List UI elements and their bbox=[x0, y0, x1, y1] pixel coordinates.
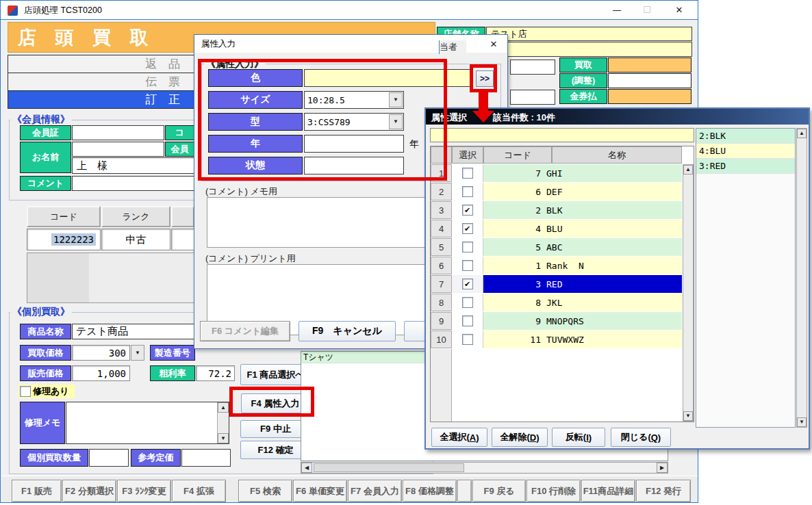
row-checkbox[interactable] bbox=[462, 260, 473, 271]
comment-edit-button[interactable]: F6 コメント編集 bbox=[200, 321, 290, 341]
aux-field-2[interactable] bbox=[510, 90, 555, 105]
row-checkbox[interactable]: ✔ bbox=[462, 205, 473, 216]
table-row[interactable]: 4 BLU bbox=[483, 220, 682, 237]
repair-checkbox[interactable] bbox=[20, 386, 31, 397]
table-row[interactable]: 5 ABC bbox=[483, 238, 682, 256]
maximize-button[interactable]: ☐ bbox=[632, 1, 662, 19]
grid-h-scrollbar[interactable]: ◀ ▶ bbox=[301, 462, 668, 474]
qty-field[interactable] bbox=[89, 449, 129, 467]
table-v-scrollbar[interactable]: ▲ ▼ bbox=[683, 164, 694, 422]
repair-memo-textarea[interactable]: ▲ ▼ bbox=[66, 402, 229, 444]
scroll-down-icon[interactable]: ▼ bbox=[218, 433, 229, 443]
table-row[interactable]: 1 Rank N bbox=[483, 257, 682, 274]
row-check-cell[interactable] bbox=[452, 331, 483, 348]
repair-check-row[interactable]: 修理あり bbox=[18, 385, 75, 398]
selected-item[interactable]: 2:BLK bbox=[696, 129, 795, 144]
staff-field[interactable] bbox=[488, 42, 692, 57]
row-checkbox[interactable] bbox=[462, 315, 473, 326]
cancel-attr-button[interactable]: F9 キャンセル bbox=[299, 321, 396, 341]
member-comment-field[interactable] bbox=[72, 176, 195, 191]
selected-item[interactable]: 4:BLU bbox=[696, 144, 795, 159]
fn-f2-category[interactable]: F2 分類選択 bbox=[62, 480, 116, 502]
row-checkbox[interactable] bbox=[462, 186, 473, 197]
row-check-cell[interactable] bbox=[452, 294, 483, 311]
code-column-header: コード bbox=[27, 206, 101, 227]
table-row[interactable]: 6 DEF bbox=[483, 183, 682, 200]
store-name-field[interactable]: テスト店 bbox=[486, 27, 692, 41]
fn-f6-unit-price[interactable]: F6 単価変更 bbox=[293, 480, 347, 502]
scroll-down-icon[interactable]: ▼ bbox=[683, 411, 693, 421]
row-checkbox[interactable]: ✔ bbox=[462, 223, 473, 234]
fn-f11-product-detail[interactable]: F11商品詳細 bbox=[581, 480, 635, 502]
row-check-cell[interactable] bbox=[452, 312, 483, 330]
selected-items-scrollbar[interactable]: ▲ ▼ bbox=[796, 128, 807, 428]
table-row[interactable]: 11 TUVWXWZ bbox=[483, 331, 682, 348]
row-checkbox[interactable] bbox=[462, 242, 473, 252]
buy-price-field[interactable]: 300 bbox=[72, 345, 130, 361]
attr-select-dialog: 属性選択 該当件数 : 10件 2:BLK 4:BLU 3:RED ▲ ▼ 選択… bbox=[424, 107, 810, 450]
fn-f4-extend[interactable]: F4 拡張 bbox=[172, 480, 226, 502]
fn-f9-back[interactable]: F9 戻る bbox=[472, 480, 526, 502]
fn-f3-rank[interactable]: F3 ﾗﾝｸ変更 bbox=[117, 480, 171, 502]
row-code: 6 bbox=[483, 187, 541, 197]
member-name-value-field[interactable]: 上 様 bbox=[72, 157, 195, 174]
minimize-button[interactable]: — bbox=[602, 1, 632, 19]
buy-price-dropdown-icon[interactable]: ▼ bbox=[131, 345, 144, 361]
fn-f5-search[interactable]: F5 検索 bbox=[238, 480, 292, 502]
fn-f11-product-detail-label: F11商品詳細 bbox=[583, 485, 634, 497]
invert-button[interactable]: 反転(I) bbox=[552, 428, 605, 447]
row-checkbox[interactable]: ✔ bbox=[462, 279, 473, 289]
attr-select-filter-input[interactable] bbox=[430, 128, 694, 142]
member-card-field[interactable] bbox=[72, 125, 164, 140]
fn-f12-issue[interactable]: F12 発行 bbox=[636, 480, 691, 502]
table-row[interactable]: 2 BLK bbox=[483, 201, 682, 219]
scroll-up-icon[interactable]: ▲ bbox=[797, 129, 807, 138]
row-check-cell[interactable] bbox=[452, 183, 483, 200]
select-all-button[interactable]: 全選択(A) bbox=[431, 428, 487, 447]
fn-f8-price-adjust[interactable]: F8 価格調整 bbox=[403, 480, 457, 502]
fn-f7-member[interactable]: F7 会員入力 bbox=[348, 480, 402, 502]
table-row-selected[interactable]: 3 RED bbox=[483, 275, 682, 293]
mode-row-slip[interactable]: 伝 票 bbox=[8, 73, 194, 91]
aux-field-1[interactable] bbox=[510, 60, 555, 75]
ref-price-field[interactable] bbox=[181, 449, 231, 467]
row-checkbox[interactable] bbox=[462, 297, 473, 308]
row-check-cell[interactable] bbox=[452, 257, 483, 274]
close-button[interactable]: ✕ bbox=[662, 1, 696, 19]
row-check-cell[interactable]: ✔ bbox=[452, 201, 483, 219]
attr-input-close-icon[interactable]: ✕ bbox=[485, 37, 503, 51]
deselect-all-button[interactable]: 全解除(D) bbox=[492, 428, 548, 447]
selected-item[interactable]: 3:RED bbox=[696, 159, 795, 174]
row-check-cell[interactable]: ✔ bbox=[452, 275, 483, 293]
table-row[interactable]: 9 MNOPQRS bbox=[483, 312, 682, 330]
table-row[interactable]: 8 JKL bbox=[483, 294, 682, 311]
row-checkbox[interactable] bbox=[462, 168, 473, 179]
fn-blank-button[interactable] bbox=[457, 480, 472, 502]
row-check-cell[interactable] bbox=[452, 238, 483, 256]
row-check-cell[interactable] bbox=[452, 164, 483, 182]
product-name-field[interactable]: テスト商品 bbox=[72, 324, 205, 339]
total-buy-field bbox=[608, 57, 692, 73]
repair-memo-scrollbar[interactable]: ▲ ▼ bbox=[217, 402, 229, 443]
table-row[interactable]: 7 GHI bbox=[483, 164, 682, 182]
grid-h-scrollbar-thumb[interactable] bbox=[314, 463, 464, 472]
scroll-right-button[interactable]: ▶ bbox=[657, 463, 668, 473]
scroll-up-icon[interactable]: ▲ bbox=[683, 165, 693, 174]
mode-row-correct[interactable]: 訂 正 bbox=[8, 90, 194, 109]
row-checkbox[interactable] bbox=[462, 334, 473, 345]
fn-f1-sell[interactable]: F1 販売 bbox=[12, 480, 62, 502]
mode-row-return[interactable]: 返 品 bbox=[8, 55, 194, 73]
close-dialog-button[interactable]: 閉じる(Q) bbox=[611, 428, 671, 447]
sell-price-field[interactable]: 1,000 bbox=[72, 365, 130, 381]
staff-label-patch: 担当者 bbox=[439, 40, 466, 54]
scroll-down-icon[interactable]: ▼ bbox=[797, 417, 807, 427]
code-value-cell[interactable]: 1222223 bbox=[27, 229, 101, 250]
scroll-left-button[interactable]: ◀ bbox=[301, 463, 312, 473]
selected-items-panel[interactable]: 2:BLK 4:BLU 3:RED bbox=[696, 128, 796, 428]
member-name-field[interactable] bbox=[72, 142, 164, 157]
fn-f10-delete-row[interactable]: F10 行削除 bbox=[526, 480, 581, 502]
row-check-cell[interactable]: ✔ bbox=[452, 220, 483, 237]
deselect-all-label: 全解除( bbox=[500, 431, 529, 443]
scroll-up-icon[interactable]: ▲ bbox=[218, 402, 229, 413]
rank-value-cell[interactable]: 中古 bbox=[101, 229, 170, 250]
